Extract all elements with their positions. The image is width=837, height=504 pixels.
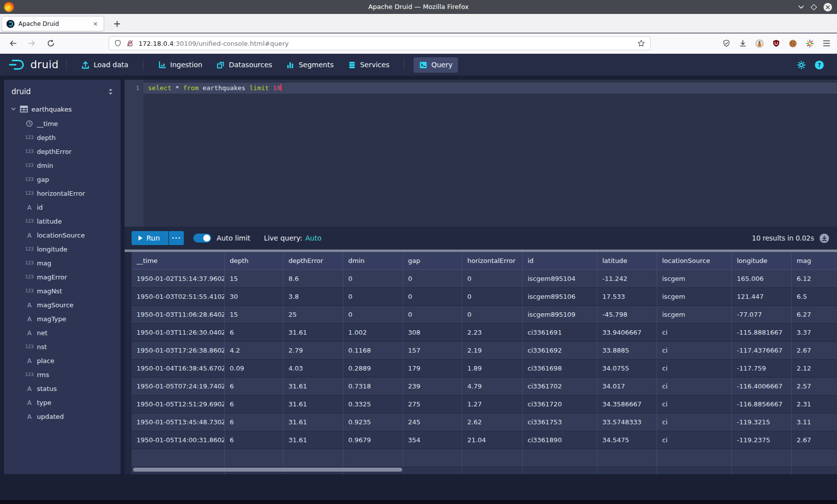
tab-close-icon[interactable]: × <box>92 20 99 27</box>
table-cell[interactable]: 165.006 <box>732 270 792 288</box>
column-header-depth[interactable]: depth <box>225 252 283 270</box>
table-cell[interactable]: 6.5 <box>792 288 837 306</box>
sidebar-column-depth[interactable]: 123depth <box>4 130 121 144</box>
column-header-latitude[interactable]: latitude <box>597 252 657 270</box>
table-cell[interactable]: 0 <box>343 270 403 288</box>
download-results-icon[interactable] <box>820 234 829 243</box>
table-cell[interactable]: 3.37 <box>792 324 837 342</box>
table-cell[interactable]: -116.8856667 <box>732 395 792 413</box>
browser-tab[interactable]: Apache Druid × <box>1 16 104 31</box>
live-query-value[interactable]: Auto <box>305 234 322 242</box>
table-cell[interactable]: 17.533 <box>597 288 657 306</box>
table-cell[interactable]: 0 <box>403 270 462 288</box>
settings-gear-icon[interactable] <box>797 60 806 70</box>
sidebar-column-type[interactable]: Atype <box>4 395 121 409</box>
table-cell[interactable]: 15 <box>225 306 283 324</box>
table-cell[interactable]: 2.12 <box>792 360 837 378</box>
back-icon[interactable] <box>7 37 19 49</box>
table-cell[interactable]: 2.67 <box>792 342 837 360</box>
sidebar-column-depthError[interactable]: 123depthError <box>4 144 121 158</box>
table-cell[interactable]: -119.2375 <box>732 431 792 449</box>
sidebar-column-magNst[interactable]: 123magNst <box>4 284 121 298</box>
table-cell[interactable]: ci <box>657 413 732 431</box>
table-cell[interactable]: 2.31 <box>792 395 837 413</box>
table-cell[interactable]: 157 <box>403 342 462 360</box>
table-cell[interactable]: -115.8881667 <box>732 324 792 342</box>
table-cell[interactable]: 4.79 <box>462 378 523 395</box>
column-header-mag[interactable]: mag <box>792 252 837 270</box>
cookie-icon[interactable] <box>789 39 797 48</box>
nav-ingestion[interactable]: Ingestion <box>152 57 208 73</box>
table-cell[interactable]: 6.12 <box>792 270 837 288</box>
table-cell[interactable]: 0.7318 <box>343 378 403 395</box>
table-cell[interactable]: 1.27 <box>462 395 523 413</box>
table-cell[interactable]: 2.19 <box>462 342 523 360</box>
table-cell[interactable]: ci <box>657 378 732 395</box>
sidebar-column-dmin[interactable]: 123dmin <box>4 158 121 172</box>
table-cell[interactable]: 33.8885 <box>597 342 657 360</box>
table-cell[interactable]: 1950-01-05T12:51:29.690Z <box>132 395 225 413</box>
table-cell[interactable]: 0 <box>462 288 523 306</box>
tracking-shield-icon[interactable] <box>114 39 122 47</box>
table-cell[interactable]: 0 <box>403 306 462 324</box>
table-cell[interactable]: 3.11 <box>792 413 837 431</box>
sidebar-column-rms[interactable]: 123rms <box>4 368 121 381</box>
table-cell[interactable]: 21.04 <box>462 431 523 449</box>
table-cell[interactable]: -119.3215 <box>732 413 792 431</box>
auto-limit-toggle[interactable] <box>193 234 211 243</box>
table-cell[interactable]: 0.09 <box>225 360 283 378</box>
pocket-shield-icon[interactable] <box>722 39 730 47</box>
table-cell[interactable]: 33.9406667 <box>597 324 657 342</box>
table-cell[interactable]: 3.8 <box>283 288 343 306</box>
table-cell[interactable]: ci <box>657 324 732 342</box>
table-cell[interactable]: 1950-01-05T14:00:31.860Z <box>132 431 225 449</box>
table-cell[interactable]: 2.23 <box>462 324 523 342</box>
table-cell[interactable]: iscgem <box>657 270 732 288</box>
pinwheel-extension-icon[interactable] <box>806 39 814 48</box>
sidebar-column-place[interactable]: Aplace <box>4 354 121 368</box>
horizontal-scrollbar-thumb[interactable] <box>133 468 402 472</box>
table-cell[interactable]: 8.6 <box>283 270 343 288</box>
sidebar-table-earthquakes[interactable]: earthquakes <box>4 102 121 117</box>
column-header-__time[interactable]: __time <box>132 252 225 270</box>
table-cell[interactable]: 34.0755 <box>597 360 657 378</box>
table-cell[interactable]: 0 <box>343 306 403 324</box>
nav-datasources[interactable]: Datasources <box>211 57 278 73</box>
window-maximize-icon[interactable] <box>811 4 817 10</box>
table-cell[interactable]: -77.077 <box>732 306 792 324</box>
table-cell[interactable]: 0.2889 <box>343 360 403 378</box>
column-header-depthError[interactable]: depthError <box>283 252 343 270</box>
sidebar-column-nst[interactable]: 123nst <box>4 340 121 354</box>
column-header-id[interactable]: id <box>523 252 597 270</box>
table-cell[interactable]: 25 <box>283 306 343 324</box>
table-cell[interactable]: 0.9235 <box>343 413 403 431</box>
table-cell[interactable]: 121.447 <box>732 288 792 306</box>
table-cell[interactable]: 31.61 <box>283 324 343 342</box>
table-cell[interactable]: 34.3586667 <box>597 395 657 413</box>
downloads-icon[interactable] <box>739 39 747 47</box>
table-cell[interactable]: 31.61 <box>283 395 343 413</box>
table-cell[interactable]: 1950-01-03T11:06:28.640Z <box>132 306 225 324</box>
table-cell[interactable]: ci3361890 <box>523 431 597 449</box>
table-cell[interactable]: 0 <box>343 288 403 306</box>
table-cell[interactable]: iscgem895109 <box>523 306 597 324</box>
table-cell[interactable]: ci3361702 <box>523 378 597 395</box>
column-header-locationSource[interactable]: locationSource <box>657 252 732 270</box>
sql-text[interactable]: select * from earthquakes limit 10 <box>148 83 281 94</box>
sidebar-column-gap[interactable]: 123gap <box>4 172 121 186</box>
window-close-icon[interactable] <box>824 3 832 11</box>
table-cell[interactable]: ci3361691 <box>523 324 597 342</box>
table-cell[interactable]: 0 <box>462 270 523 288</box>
sidebar-column-net[interactable]: Anet <box>4 326 121 340</box>
table-cell[interactable]: -45.798 <box>597 306 657 324</box>
window-minimize-icon[interactable] <box>798 5 804 9</box>
menu-hamburger-icon[interactable] <box>823 40 831 47</box>
table-cell[interactable]: 1950-01-05T13:45:48.730Z <box>132 413 225 431</box>
sidebar-column-updated[interactable]: Aupdated <box>4 409 121 423</box>
run-more-button[interactable]: ••• <box>169 231 184 245</box>
table-cell[interactable]: 0.3325 <box>343 395 403 413</box>
table-cell[interactable]: iscgem <box>657 306 732 324</box>
nav-load-data[interactable]: Load data <box>76 57 134 73</box>
nav-services[interactable]: Services <box>342 57 395 73</box>
table-cell[interactable]: 1950-01-03T17:26:38.860Z <box>132 342 225 360</box>
